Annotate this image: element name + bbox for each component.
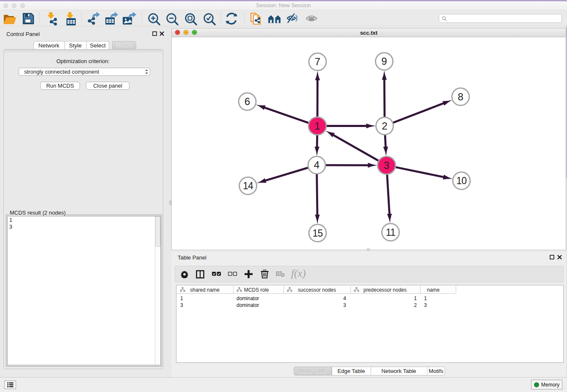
svg-text:10: 10 (456, 175, 466, 186)
svg-text:3: 3 (384, 160, 389, 171)
svg-text:14: 14 (243, 180, 253, 191)
svg-text:4: 4 (314, 159, 319, 171)
svg-text:8: 8 (458, 91, 463, 102)
svg-text:2: 2 (382, 120, 387, 132)
svg-text:15: 15 (312, 228, 322, 239)
svg-text:7: 7 (315, 56, 320, 67)
svg-text:1: 1 (314, 120, 320, 132)
svg-text:9: 9 (381, 55, 387, 67)
svg-text:6: 6 (245, 96, 250, 107)
svg-text:11: 11 (386, 227, 395, 238)
